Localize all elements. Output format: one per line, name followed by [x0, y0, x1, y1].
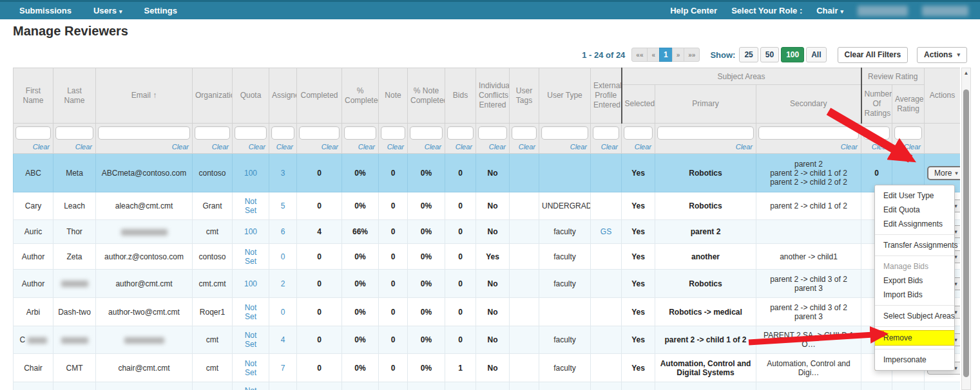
- col-header-ln[interactable]: Last Name: [53, 68, 96, 124]
- pager-next-button[interactable]: »: [672, 48, 685, 62]
- filter-input-completed[interactable]: [299, 126, 340, 140]
- menu-item-edit-user-type[interactable]: Edit User Type: [875, 189, 954, 203]
- filter-clear-completed[interactable]: Clear: [299, 142, 340, 151]
- filter-clear-conf[interactable]: Clear: [478, 142, 507, 151]
- quota-link[interactable]: Not Set: [241, 303, 260, 321]
- assigned-link[interactable]: 7: [281, 364, 285, 373]
- filter-input-email[interactable]: [98, 126, 190, 140]
- ext-link[interactable]: GS: [600, 227, 611, 236]
- filter-input-ar[interactable]: [894, 126, 922, 140]
- col-header-type[interactable]: User Type: [539, 68, 591, 124]
- filter-clear-note[interactable]: Clear: [381, 142, 405, 151]
- vertical-scrollbar[interactable]: ▲: [961, 68, 971, 390]
- menu-item-edit-assignments[interactable]: Edit Assignments: [875, 217, 954, 231]
- filter-input-type[interactable]: [541, 126, 588, 140]
- menu-item-remove[interactable]: Remove: [875, 330, 954, 346]
- show-all-button[interactable]: All: [806, 47, 826, 62]
- filter-clear-ar[interactable]: Clear: [894, 142, 922, 151]
- filter-input-primary[interactable]: [657, 126, 754, 140]
- scrollbar-thumb[interactable]: [963, 89, 969, 377]
- quota-link[interactable]: 100: [244, 279, 257, 288]
- menu-item-edit-quota[interactable]: Edit Quota: [875, 203, 954, 217]
- filter-clear-quota[interactable]: Clear: [235, 142, 267, 151]
- filter-input-sel[interactable]: [624, 126, 653, 140]
- filter-clear-ext[interactable]: Clear: [593, 142, 619, 151]
- filter-input-nr[interactable]: [863, 126, 890, 140]
- filter-clear-secondary[interactable]: Clear: [758, 142, 859, 151]
- more-button[interactable]: More ▾: [927, 166, 960, 180]
- menu-item-import-bids[interactable]: Import Bids: [875, 288, 954, 302]
- nav-item-users[interactable]: Users▾: [93, 6, 122, 15]
- filter-input-ln[interactable]: [55, 126, 93, 140]
- assigned-link[interactable]: 6: [281, 227, 285, 236]
- col-header-secondary[interactable]: Secondary: [756, 85, 861, 124]
- nav-item-settings[interactable]: Settings: [144, 6, 177, 15]
- quota-link[interactable]: 100: [244, 227, 257, 236]
- col-header-bids[interactable]: Bids: [445, 68, 476, 124]
- quota-link[interactable]: Not Set: [241, 331, 260, 349]
- show-25-button[interactable]: 25: [739, 47, 758, 62]
- col-header-pctn[interactable]: % Note Completed: [408, 68, 445, 124]
- show-100-button[interactable]: 100: [781, 47, 804, 62]
- filter-clear-pctc[interactable]: Clear: [344, 142, 376, 151]
- filter-clear-org[interactable]: Clear: [195, 142, 230, 151]
- filter-clear-ln[interactable]: Clear: [55, 142, 93, 151]
- filter-input-conf[interactable]: [478, 126, 507, 140]
- quota-link[interactable]: Not Set: [241, 386, 260, 390]
- filter-clear-bids[interactable]: Clear: [447, 142, 474, 151]
- filter-input-assigned[interactable]: [271, 126, 294, 140]
- assigned-link[interactable]: 2: [281, 279, 285, 288]
- filter-input-fn[interactable]: [15, 126, 51, 140]
- pager-page-1-button[interactable]: 1: [659, 48, 673, 62]
- col-header-nr[interactable]: Number Of Ratings: [861, 85, 892, 124]
- col-header-completed[interactable]: Completed: [297, 68, 342, 124]
- assigned-link[interactable]: 4: [281, 335, 285, 344]
- filter-input-tags[interactable]: [512, 126, 537, 140]
- redacted-conference-name[interactable]: [922, 6, 968, 16]
- col-header-email[interactable]: Email ↑: [96, 68, 193, 124]
- scroll-up-arrow-icon[interactable]: ▲: [962, 70, 970, 76]
- col-header-fn[interactable]: First Name: [14, 68, 53, 124]
- filter-clear-email[interactable]: Clear: [98, 142, 190, 151]
- col-header-ar[interactable]: Average Rating: [892, 85, 925, 124]
- filter-input-secondary[interactable]: [758, 126, 859, 140]
- filter-clear-assigned[interactable]: Clear: [271, 142, 294, 151]
- filter-input-org[interactable]: [195, 126, 230, 140]
- clear-all-filters-button[interactable]: Clear All Filters: [838, 47, 908, 63]
- filter-input-ext[interactable]: [593, 126, 619, 140]
- filter-clear-pctn[interactable]: Clear: [410, 142, 443, 151]
- filter-input-bids[interactable]: [447, 126, 474, 140]
- filter-clear-primary[interactable]: Clear: [657, 142, 754, 151]
- role-dropdown[interactable]: Chair▾: [816, 6, 843, 15]
- filter-input-quota[interactable]: [235, 126, 267, 140]
- quota-link[interactable]: Not Set: [241, 248, 260, 266]
- quota-link[interactable]: Not Set: [241, 359, 260, 377]
- nav-item-submissions[interactable]: Submissions: [19, 6, 72, 15]
- col-header-quota[interactable]: Quota: [233, 68, 269, 124]
- filter-clear-type[interactable]: Clear: [541, 142, 588, 151]
- show-50-button[interactable]: 50: [760, 47, 779, 62]
- assigned-link[interactable]: 3: [281, 169, 285, 178]
- pager-prev-button[interactable]: «: [647, 48, 660, 62]
- col-header-org[interactable]: Organization: [193, 68, 233, 124]
- filter-clear-nr[interactable]: Clear: [863, 142, 890, 151]
- actions-button[interactable]: Actions ▾: [917, 47, 967, 63]
- assigned-link[interactable]: 0: [281, 252, 285, 261]
- menu-item-impersonate[interactable]: Impersonate: [875, 353, 954, 367]
- assigned-link[interactable]: 0: [281, 308, 285, 317]
- pager-last-button[interactable]: »»: [684, 48, 700, 62]
- filter-clear-tags[interactable]: Clear: [512, 142, 537, 151]
- col-header-conf[interactable]: Individual Conflicts Entered: [476, 68, 510, 124]
- menu-item-select-subject-areas[interactable]: Select Subject Areas: [875, 309, 954, 323]
- menu-item-export-bids[interactable]: Export Bids: [875, 274, 954, 288]
- filter-input-note[interactable]: [381, 126, 405, 140]
- col-header-ext[interactable]: External Profile Entered: [591, 68, 622, 124]
- col-header-assigned[interactable]: Assigned: [269, 68, 297, 124]
- quota-link[interactable]: Not Set: [241, 197, 260, 215]
- assigned-link[interactable]: 5: [281, 201, 285, 210]
- quota-link[interactable]: 100: [244, 169, 257, 178]
- pager-first-button[interactable]: ««: [631, 48, 648, 62]
- menu-item-transfer-assignments[interactable]: Transfer Assignments: [875, 238, 954, 252]
- nav-item-help-center[interactable]: Help Center: [670, 6, 717, 15]
- filter-clear-sel[interactable]: Clear: [624, 142, 653, 151]
